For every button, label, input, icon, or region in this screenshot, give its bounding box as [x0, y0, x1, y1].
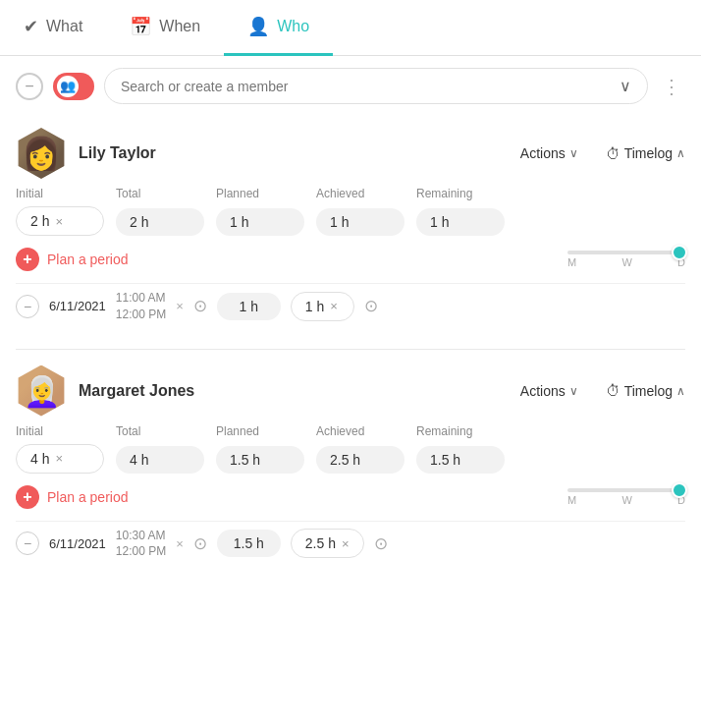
- planned-label-margaret: Planned: [216, 424, 304, 438]
- period-planned-lily-0[interactable]: 1 h: [217, 293, 281, 320]
- total-value-margaret: 4 h: [116, 446, 204, 474]
- slider-area-lily: M W D: [567, 251, 685, 268]
- tab-when-label: When: [159, 18, 200, 35]
- period-minus-margaret-0[interactable]: −: [16, 532, 39, 555]
- member-name-margaret: Margaret Jones: [79, 382, 509, 400]
- total-value-lily: 2 h: [116, 208, 204, 236]
- initial-label-margaret: Initial: [16, 424, 104, 438]
- period-time-start-lily-0: 11:00 AM: [116, 290, 166, 307]
- period-achieved-margaret-0[interactable]: 2.5 h ×: [291, 529, 364, 558]
- slider-track-margaret[interactable]: [567, 488, 685, 492]
- plan-period-button-margaret[interactable]: + Plan a period: [16, 485, 129, 509]
- member-header-lily: Lily Taylor Actions ∨ ⏱ Timelog ∧: [16, 116, 685, 187]
- timelog-label-lily: Timelog: [624, 145, 673, 161]
- period-time-end-margaret-0: 12:00 PM: [116, 543, 166, 560]
- calendar-icon: 📅: [130, 16, 151, 37]
- search-wrapper: ∨: [104, 68, 648, 104]
- slider-area-margaret: M W D: [567, 488, 685, 506]
- check-icon: ✔: [24, 16, 38, 37]
- period-achieved-clear-lily-0[interactable]: ×: [330, 299, 338, 313]
- actions-label-lily: Actions: [520, 145, 566, 161]
- plan-period-label-margaret: Plan a period: [47, 489, 129, 505]
- timelog-chevron-margaret: ∧: [676, 384, 685, 398]
- slider-labels-margaret: M W D: [567, 494, 685, 506]
- period-timer2-icon-margaret-0[interactable]: ⊙: [374, 533, 388, 554]
- period-achieved-lily-0[interactable]: 1 h ×: [291, 292, 354, 321]
- achieved-label-lily: Achieved: [316, 187, 404, 200]
- initial-clear-margaret[interactable]: ×: [55, 451, 63, 466]
- planned-label-lily: Planned: [216, 187, 304, 200]
- plan-row-lily: + Plan a period M W D: [16, 248, 685, 271]
- period-row-lily-0: − 6/11/2021 11:00 AM 12:00 PM × ⊙ 1 h 1 …: [16, 283, 685, 329]
- initial-clear-lily[interactable]: ×: [55, 214, 63, 229]
- initial-value-lily[interactable]: 2 h ×: [16, 206, 104, 236]
- period-timer2-icon-lily-0[interactable]: ⊙: [364, 296, 378, 316]
- slider-labels-lily: M W D: [567, 256, 685, 268]
- clock-icon-lily: ⏱: [606, 145, 620, 162]
- actions-button-lily[interactable]: Actions ∨: [520, 145, 578, 161]
- tab-who[interactable]: 👤 Who: [224, 0, 333, 56]
- period-timer-icon-lily-0[interactable]: ⊙: [193, 296, 207, 316]
- timelog-button-lily[interactable]: ⏱ Timelog ∧: [606, 145, 685, 162]
- tab-when[interactable]: 📅 When: [106, 0, 224, 56]
- actions-button-margaret[interactable]: Actions ∨: [520, 383, 578, 399]
- period-time-margaret-0: 10:30 AM 12:00 PM: [116, 528, 166, 561]
- timelog-label-margaret: Timelog: [624, 383, 673, 399]
- period-row-margaret-0: − 6/11/2021 10:30 AM 12:00 PM × ⊙ 1.5 h …: [16, 521, 685, 567]
- stats-labels-margaret: Initial Total Planned Achieved Remaining: [16, 424, 685, 438]
- group-icon: 👥: [57, 76, 79, 97]
- remaining-value-lily: 1 h: [416, 208, 505, 236]
- period-time-end-lily-0: 12:00 PM: [116, 307, 166, 323]
- divider-1: [16, 349, 685, 350]
- dropdown-icon[interactable]: ∨: [620, 77, 631, 95]
- slider-track-lily[interactable]: [567, 251, 685, 254]
- total-label-margaret: Total: [116, 424, 204, 438]
- period-minus-icon-lily-0: −: [24, 299, 31, 314]
- initial-value-margaret[interactable]: 4 h ×: [16, 444, 104, 474]
- period-achieved-clear-margaret-0[interactable]: ×: [342, 536, 350, 551]
- achieved-value-margaret: 2.5 h: [316, 446, 404, 474]
- timelog-button-margaret[interactable]: ⏱ Timelog ∧: [606, 382, 685, 399]
- tab-bar: ✔ What 📅 When 👤 Who: [0, 0, 701, 56]
- collapse-button[interactable]: −: [16, 73, 43, 100]
- planned-value-lily: 1 h: [216, 208, 304, 236]
- stats-values-margaret: 4 h × 4 h 1.5 h 2.5 h 1.5 h: [16, 444, 685, 474]
- achieved-value-lily: 1 h: [316, 208, 404, 236]
- plan-plus-icon-margaret: +: [16, 485, 39, 509]
- avatar-margaret: [16, 365, 67, 417]
- period-timer-icon-margaret-0[interactable]: ⊙: [193, 533, 207, 554]
- period-time-lily-0: 11:00 AM 12:00 PM: [116, 290, 166, 323]
- member-name-lily: Lily Taylor: [79, 144, 509, 162]
- search-input[interactable]: [121, 79, 620, 94]
- member-header-margaret: Margaret Jones Actions ∨ ⏱ Timelog ∧: [16, 354, 685, 424]
- tab-what[interactable]: ✔ What: [0, 0, 106, 56]
- clock-icon-margaret: ⏱: [606, 382, 620, 399]
- remaining-value-margaret: 1.5 h: [416, 446, 505, 474]
- plan-plus-icon-lily: +: [16, 248, 39, 271]
- period-minus-lily-0[interactable]: −: [16, 295, 39, 318]
- stats-labels-lily: Initial Total Planned Achieved Remaining: [16, 187, 685, 200]
- more-options-icon[interactable]: ⋮: [658, 71, 685, 102]
- person-icon: 👤: [247, 16, 269, 37]
- period-date-lily-0: 6/11/2021: [49, 299, 106, 313]
- period-date-margaret-0: 6/11/2021: [49, 536, 106, 551]
- plan-period-button-lily[interactable]: + Plan a period: [16, 248, 129, 271]
- tab-who-label: Who: [277, 18, 309, 35]
- avatar-lily: [16, 128, 67, 179]
- initial-label-lily: Initial: [16, 187, 104, 200]
- timelog-chevron-lily: ∧: [676, 146, 685, 160]
- period-time-clear-lily-0[interactable]: ×: [176, 299, 184, 313]
- slider-thumb-margaret[interactable]: [672, 482, 687, 498]
- slider-thumb-lily[interactable]: [672, 245, 687, 260]
- plan-period-label-lily: Plan a period: [47, 252, 129, 267]
- period-planned-margaret-0[interactable]: 1.5 h: [217, 530, 281, 557]
- search-bar-row: − 👥 ∨ ⋮: [0, 56, 701, 116]
- member-block-lily: Lily Taylor Actions ∨ ⏱ Timelog ∧ Initia…: [0, 116, 701, 345]
- period-time-clear-margaret-0[interactable]: ×: [176, 536, 184, 551]
- remaining-label-lily: Remaining: [416, 187, 505, 200]
- actions-chevron-margaret: ∨: [569, 384, 578, 398]
- achieved-label-margaret: Achieved: [316, 424, 404, 438]
- group-toggle[interactable]: 👥: [53, 73, 94, 100]
- tab-what-label: What: [46, 18, 82, 35]
- period-time-start-margaret-0: 10:30 AM: [116, 528, 166, 544]
